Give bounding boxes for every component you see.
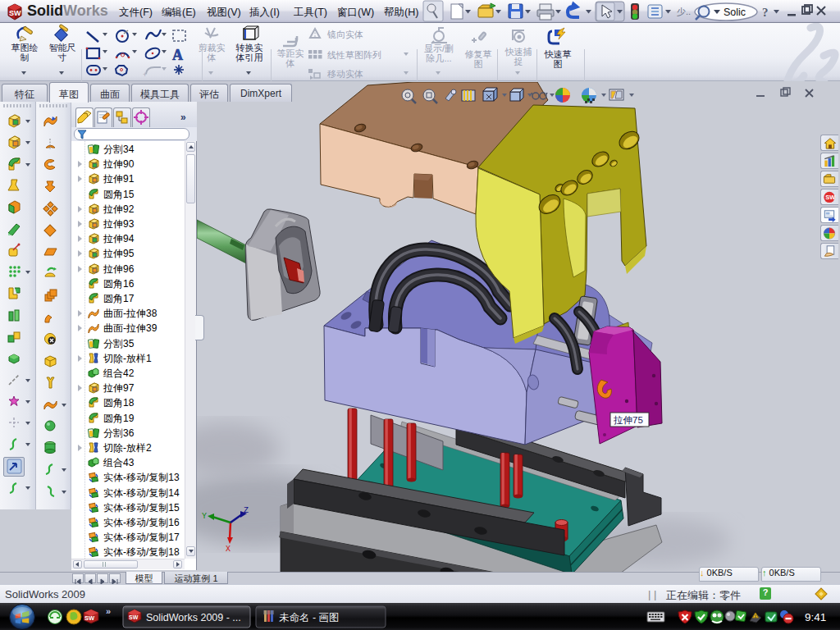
svg-text:SW: SW <box>129 614 139 620</box>
svg-text:+: + <box>143 71 147 79</box>
svg-text:少..: 少.. <box>677 7 691 16</box>
svg-text:拉伸75: 拉伸75 <box>613 415 643 425</box>
svg-text:Y: Y <box>202 512 207 521</box>
svg-text:SW: SW <box>9 9 21 17</box>
svg-text:?: ? <box>762 6 769 19</box>
svg-text:Z: Z <box>244 506 249 515</box>
svg-text:未命名 - 画图: 未命名 - 画图 <box>279 612 340 623</box>
svg-text:SW: SW <box>84 614 95 622</box>
svg-text:Solic: Solic <box>724 7 746 18</box>
svg-text:SolidWorks 2009 - ...: SolidWorks 2009 - ... <box>146 612 241 623</box>
svg-text:X: X <box>226 545 231 554</box>
svg-text:9:41: 9:41 <box>805 611 826 623</box>
svg-text:»: » <box>106 606 111 616</box>
svg-text:A: A <box>172 47 183 63</box>
svg-text:SW: SW <box>825 194 836 201</box>
